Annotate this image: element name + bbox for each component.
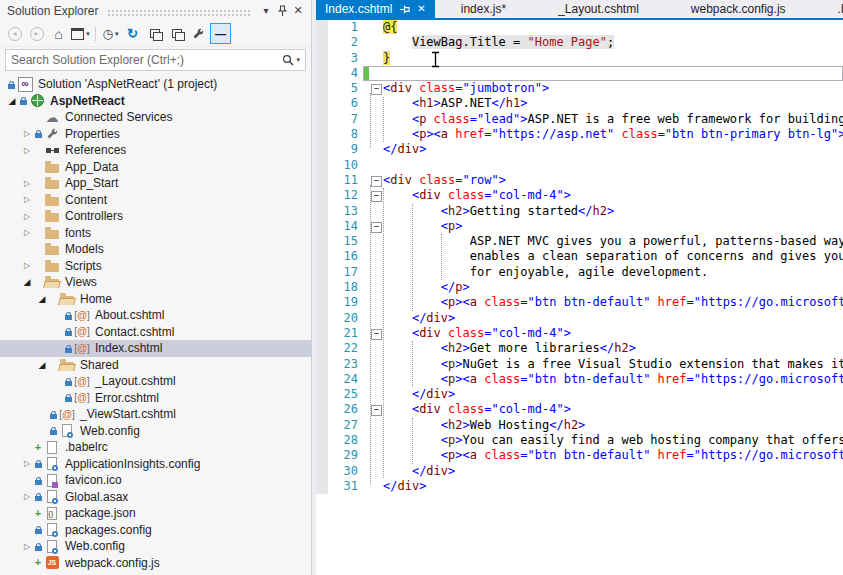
code-text[interactable]: <h1>ASP.NET</h1> [383, 96, 843, 111]
collapse-region-box[interactable]: − [371, 176, 382, 187]
code-line-22[interactable]: 22 <h2>Get more libraries</h2> [316, 341, 843, 356]
line-number[interactable]: 31 [328, 479, 364, 494]
tree-item-shared[interactable]: ◢Shared [0, 357, 311, 374]
line-number[interactable]: 5 [328, 81, 364, 96]
collapse-region-box[interactable]: − [371, 329, 382, 340]
solution-explorer-titlebar[interactable]: Solution Explorer ▾ ✕ [0, 0, 311, 21]
line-number[interactable]: 27 [328, 418, 364, 433]
tree-item-app-data[interactable]: App_Data [0, 159, 311, 176]
fold-margin[interactable]: − [369, 173, 383, 188]
code-text[interactable]: <p><a class="btn btn-default" href="http… [383, 372, 843, 387]
refresh-button[interactable]: ↻ [122, 23, 143, 44]
line-number[interactable]: 16 [328, 249, 364, 264]
code-editor[interactable]: 1@{2 ViewBag.Title = "Home Page";3}45−<d… [316, 20, 843, 575]
search-icon[interactable] [282, 54, 294, 66]
line-number[interactable]: 21 [328, 326, 364, 341]
collapse-arrow-icon[interactable]: ◢ [36, 360, 48, 370]
line-number[interactable]: 30 [328, 464, 364, 479]
tree-item-web-config[interactable]: ▷Web.config [0, 538, 311, 555]
code-text[interactable]: <h2>Getting started</h2> [383, 204, 843, 219]
code-line-31[interactable]: 31</div> [316, 479, 843, 494]
tree-item-package-json[interactable]: +package.json [0, 505, 311, 522]
code-text[interactable]: <div class="col-md-4"> [383, 326, 843, 341]
code-line-20[interactable]: 20 </div> [316, 311, 843, 326]
line-number[interactable]: 29 [328, 448, 364, 463]
line-number[interactable]: 12 [328, 188, 364, 203]
tab-index-cshtml[interactable]: Index.cshtml✕ [316, 0, 435, 18]
code-line-27[interactable]: 27 <h2>Web Hosting</h2> [316, 418, 843, 433]
code-line-10[interactable]: 10 [316, 158, 843, 173]
tree-item-solution-aspnetreact-1-project[interactable]: ∞Solution 'AspNetReact' (1 project) [0, 76, 311, 93]
tree-item-contact-cshtml[interactable]: [@]Contact.cshtml [0, 324, 311, 341]
search-box[interactable]: Search Solution Explorer (Ctrl+;) ▾ [5, 49, 306, 71]
collapse-region-box[interactable]: − [371, 222, 382, 233]
switch-views-button[interactable]: ▾ [70, 23, 91, 44]
tree-item-applicationinsights-config[interactable]: ▷ApplicationInsights.config [0, 456, 311, 473]
tree-item-home[interactable]: ◢Home [0, 291, 311, 308]
code-line-24[interactable]: 24 <p><a class="btn btn-default" href="h… [316, 372, 843, 387]
tree-item-error-cshtml[interactable]: [@]Error.cshtml [0, 390, 311, 407]
tree-item-properties[interactable]: ▷Properties [0, 126, 311, 143]
line-number[interactable]: 24 [328, 372, 364, 387]
expand-arrow-icon[interactable]: ▷ [21, 195, 33, 204]
collapse-arrow-icon[interactable]: ◢ [21, 277, 33, 287]
expand-arrow-icon[interactable]: ▷ [21, 212, 33, 221]
home-button[interactable]: ⌂ [48, 23, 69, 44]
tree-item-app-start[interactable]: ▷App_Start [0, 175, 311, 192]
line-number[interactable]: 15 [328, 234, 364, 249]
code-text[interactable]: @{ [383, 20, 843, 35]
fold-margin[interactable]: − [369, 326, 383, 341]
code-line-6[interactable]: 6 <h1>ASP.NET</h1> [316, 96, 843, 111]
code-text[interactable]: <p> [383, 219, 843, 234]
code-line-16[interactable]: 16 enables a clean separation of concern… [316, 249, 843, 264]
tree-item-fonts[interactable]: ▷fonts [0, 225, 311, 242]
code-text[interactable] [383, 158, 843, 173]
code-text[interactable]: ViewBag.Title = "Home Page"; [383, 35, 843, 50]
code-text[interactable]: <div class="row"> [383, 173, 843, 188]
expand-arrow-icon[interactable]: ▷ [21, 459, 33, 468]
line-number[interactable]: 20 [328, 311, 364, 326]
code-text[interactable]: </div> [383, 311, 843, 326]
collapse-region-box[interactable]: − [371, 191, 382, 202]
tree-item-references[interactable]: ▷References [0, 142, 311, 159]
show-all-files-button[interactable] [166, 23, 187, 44]
properties-button[interactable] [188, 23, 209, 44]
tab-webpack-config-js[interactable]: webpack.config.js [665, 0, 812, 18]
close-icon[interactable]: ✕ [290, 3, 306, 18]
code-text[interactable]: </div> [383, 464, 843, 479]
code-line-13[interactable]: 13 <h2>Getting started</h2> [316, 204, 843, 219]
tab-index-js[interactable]: index.js* [435, 0, 532, 18]
code-line-2[interactable]: 2 ViewBag.Title = "Home Page"; [316, 35, 843, 50]
line-number[interactable]: 1 [328, 20, 364, 35]
expand-arrow-icon[interactable]: ▷ [21, 179, 33, 188]
code-text[interactable]: <p>You can easily find a web hosting com… [383, 433, 843, 448]
code-text[interactable]: </div> [383, 142, 843, 157]
line-number[interactable]: 13 [328, 204, 364, 219]
fold-margin[interactable]: − [369, 81, 383, 96]
expand-arrow-icon[interactable]: ▷ [21, 542, 33, 551]
tab-babelrc[interactable]: .babelrc [812, 0, 843, 18]
code-line-1[interactable]: 1@{ [316, 20, 843, 35]
line-number[interactable]: 25 [328, 387, 364, 402]
code-line-25[interactable]: 25 </div> [316, 387, 843, 402]
code-line-3[interactable]: 3} [316, 51, 843, 66]
collapse-region-box[interactable]: − [371, 84, 382, 95]
tree-item-controllers[interactable]: ▷Controllers [0, 208, 311, 225]
line-number[interactable]: 4 [328, 66, 364, 81]
collapse-region-box[interactable]: − [371, 405, 382, 416]
code-line-4[interactable]: 4 [316, 66, 843, 81]
tree-item-global-asax[interactable]: ▷Global.asax [0, 489, 311, 506]
line-number[interactable]: 8 [328, 127, 364, 142]
panel-drag-grip[interactable] [107, 9, 251, 16]
line-number[interactable]: 17 [328, 265, 364, 280]
forward-button[interactable]: ▸ [26, 23, 47, 44]
line-number[interactable]: 9 [328, 142, 364, 157]
search-options-chevron-icon[interactable]: ▾ [296, 56, 300, 64]
line-number[interactable]: 11 [328, 173, 364, 188]
tree-item-models[interactable]: Models [0, 241, 311, 258]
code-text[interactable]: <p class="lead">ASP.NET is a free web fr… [383, 112, 843, 127]
code-text[interactable]: for enjoyable, agile development. [383, 265, 843, 280]
expand-arrow-icon[interactable]: ▷ [21, 261, 33, 270]
code-line-28[interactable]: 28 <p>You can easily find a web hosting … [316, 433, 843, 448]
window-position-chevron-icon[interactable]: ▾ [258, 3, 274, 18]
